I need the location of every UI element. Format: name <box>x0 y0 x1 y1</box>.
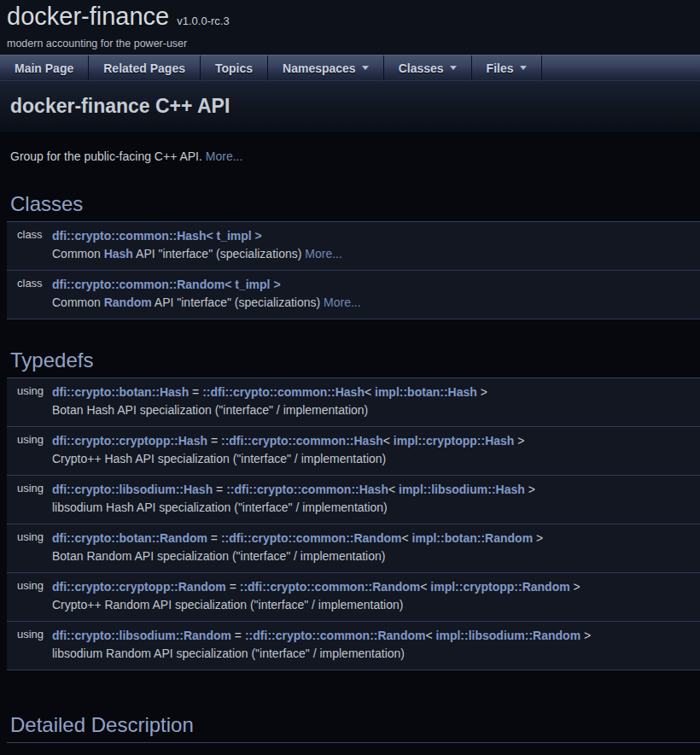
row-separator <box>7 317 700 319</box>
member-link[interactable]: ::dfi::crypto::common::Random <box>240 580 421 594</box>
section-heading-typedefs: Typedefs <box>7 345 700 378</box>
nav-tab-link-files[interactable]: Files <box>472 56 541 80</box>
nav-tab-topics[interactable]: Topics <box>201 56 268 80</box>
member-link[interactable]: impl::libsodium::Hash <box>399 483 525 496</box>
member-link[interactable]: impl::cryptopp::Random <box>430 580 569 594</box>
member-description-row: Common Hash API "interface" (specializat… <box>7 244 700 268</box>
nav-tab-link-related-pages[interactable]: Related Pages <box>89 56 200 80</box>
plain-text: Common <box>52 296 104 309</box>
member-link[interactable]: ::dfi::crypto::common::Hash <box>221 434 383 448</box>
spacer-cell <box>7 293 46 317</box>
section-heading-classes: Classes <box>7 189 700 222</box>
nav-tab-label: Related Pages <box>103 61 185 75</box>
nav-tab-link-classes[interactable]: Classes <box>384 56 471 80</box>
member-keyword: using <box>7 622 46 645</box>
member-description-row: Common Random API "interface" (specializ… <box>7 293 700 317</box>
plain-text: Botan Hash API specialization ("interfac… <box>52 403 368 417</box>
plain-text: < <box>388 483 399 496</box>
member-description: Crypto++ Random API specialization ("int… <box>46 595 700 619</box>
member-declaration: dfi::crypto::common::Hash< t_impl > <box>46 222 700 244</box>
member-link[interactable]: impl::libsodium::Random <box>436 629 581 642</box>
member-declaration-row: classdfi::crypto::common::Random< t_impl… <box>7 271 700 294</box>
spacer-cell <box>7 449 46 473</box>
spacer-cell <box>7 547 46 571</box>
member-link[interactable]: impl::cryptopp::Hash <box>394 434 515 448</box>
member-description: libsodium Hash API specialization ("inte… <box>46 498 700 522</box>
nav-tab-label: Namespaces <box>283 61 356 75</box>
member-description-row: Botan Random API specialization ("interf… <box>7 547 700 571</box>
member-link[interactable]: dfi::crypto::cryptopp::Random <box>52 580 226 594</box>
plain-text: Botan Random API specialization ("interf… <box>52 549 385 563</box>
plain-text: = <box>189 385 202 399</box>
member-link[interactable]: ::dfi::crypto::common::Hash <box>226 483 388 496</box>
plain-text: libsodium Random API specialization ("in… <box>52 647 405 660</box>
plain-text: < <box>401 531 411 545</box>
plain-text: < <box>383 434 394 448</box>
more-link[interactable]: More... <box>324 296 361 309</box>
member-description: Common Random API "interface" (specializ… <box>46 293 700 317</box>
member-link[interactable]: dfi::crypto::common::Random< t_impl > <box>52 278 281 291</box>
member-description-row: Crypto++ Random API specialization ("int… <box>7 595 700 619</box>
nav-tab-link-topics[interactable]: Topics <box>201 56 267 80</box>
page-contents: Group for the public-facing C++ API. Mor… <box>0 149 700 755</box>
page-title: docker-finance C++ API <box>10 96 690 117</box>
member-link[interactable]: Random <box>104 296 152 309</box>
member-keyword: using <box>7 524 46 547</box>
member-keyword: using <box>7 573 46 596</box>
member-link[interactable]: dfi::crypto::botan::Hash <box>52 385 189 399</box>
member-declaration: dfi::crypto::cryptopp::Random = ::dfi::c… <box>46 573 700 596</box>
nav-tab-label: Topics <box>215 61 253 75</box>
member-declaration-row: usingdfi::crypto::libsodium::Random = ::… <box>7 622 700 645</box>
dropdown-arrow-icon <box>450 66 457 70</box>
member-link[interactable]: dfi::crypto::common::Hash< t_impl > <box>52 229 262 243</box>
nav-tab-namespaces[interactable]: Namespaces <box>268 56 384 80</box>
member-declaration: dfi::crypto::botan::Hash = ::dfi::crypto… <box>46 378 700 401</box>
page-header: docker-financev1.0.0-rc.3 modern account… <box>0 0 700 133</box>
project-version: v1.0.0-rc.3 <box>177 15 229 27</box>
member-link[interactable]: dfi::crypto::botan::Random <box>52 531 207 545</box>
nav-tab-label: Classes <box>399 61 444 75</box>
nav-tab-main-page[interactable]: Main Page <box>0 56 89 80</box>
plain-text: > <box>570 580 580 594</box>
member-keyword: class <box>7 271 46 294</box>
member-link[interactable]: dfi::crypto::libsodium::Random <box>52 629 231 642</box>
row-separator <box>7 668 700 670</box>
plain-text: = <box>231 629 245 642</box>
member-description-row: libsodium Random API specialization ("in… <box>7 644 700 668</box>
member-keyword: using <box>7 476 46 499</box>
plain-text: Common <box>52 247 104 260</box>
section-heading-detailed-description: Detailed Description <box>7 710 700 743</box>
member-declaration: dfi::crypto::botan::Random = ::dfi::cryp… <box>46 524 700 547</box>
nav-tab-related-pages[interactable]: Related Pages <box>89 56 201 80</box>
more-link[interactable]: More... <box>206 149 243 163</box>
member-description-row: Botan Hash API specialization ("interfac… <box>7 401 700 424</box>
project-brief: modern accounting for the power-user <box>7 38 700 50</box>
nav-tab-classes[interactable]: Classes <box>384 56 472 80</box>
more-link[interactable]: More... <box>305 247 342 260</box>
group-summary: Group for the public-facing C++ API. Mor… <box>10 149 690 163</box>
plain-text: = <box>213 483 226 496</box>
member-declaration-row: usingdfi::crypto::cryptopp::Hash = ::dfi… <box>7 427 700 450</box>
member-link[interactable]: ::dfi::crypto::common::Hash <box>202 385 365 399</box>
member-link[interactable]: ::dfi::crypto::common::Random <box>221 531 402 545</box>
project-name: docker-financev1.0.0-rc.3 <box>7 2 700 36</box>
plain-text: = <box>207 531 221 545</box>
plain-text: > <box>580 629 591 642</box>
nav-tab-link-namespaces[interactable]: Namespaces <box>268 56 383 80</box>
spacer-cell <box>7 244 46 268</box>
nav-tab-files[interactable]: Files <box>472 56 542 80</box>
member-link[interactable]: ::dfi::crypto::common::Random <box>245 629 426 642</box>
member-link[interactable]: dfi::crypto::cryptopp::Hash <box>52 434 207 448</box>
member-link[interactable]: dfi::crypto::libsodium::Hash <box>52 483 213 496</box>
member-description-row: libsodium Hash API specialization ("inte… <box>7 498 700 522</box>
member-description: libsodium Random API specialization ("in… <box>46 644 700 668</box>
member-link[interactable]: impl::botan::Random <box>412 531 534 545</box>
dropdown-arrow-icon <box>520 66 527 70</box>
member-declaration-row: usingdfi::crypto::botan::Random = ::dfi:… <box>7 524 700 547</box>
spacer-cell <box>7 498 46 522</box>
member-link[interactable]: impl::botan::Hash <box>375 385 477 399</box>
nav-tab-label: Main Page <box>15 61 73 75</box>
member-link[interactable]: Hash <box>104 247 133 260</box>
nav-tab-link-main-page[interactable]: Main Page <box>0 56 88 80</box>
member-declaration-row: usingdfi::crypto::libsodium::Hash = ::df… <box>7 476 700 499</box>
